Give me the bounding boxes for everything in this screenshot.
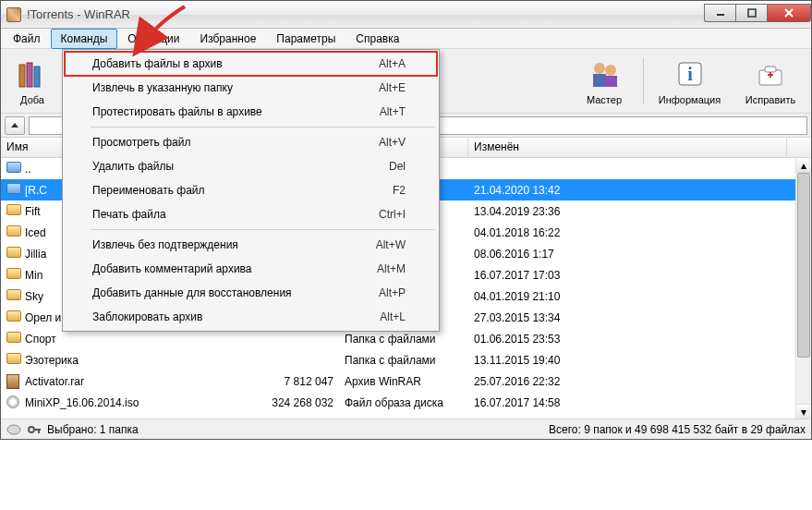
- vertical-scrollbar[interactable]: ▴ ▾: [795, 158, 811, 419]
- menuitem[interactable]: Добавить комментарий архиваAlt+M: [65, 257, 437, 281]
- status-right: Всего: 9 папок и 49 698 415 532 байт в 2…: [549, 423, 806, 436]
- file-name: Эзотерика: [25, 354, 79, 367]
- menuitem-shortcut: Alt+M: [377, 262, 406, 275]
- file-name: Jillia: [25, 248, 46, 261]
- menuitem-shortcut: Del: [389, 160, 406, 173]
- status-bar: Выбрано: 1 папка Всего: 9 папок и 49 698…: [1, 419, 811, 439]
- status-left: Выбрано: 1 папка: [47, 423, 139, 436]
- scroll-up-icon[interactable]: ▴: [796, 158, 811, 173]
- toolbar-label: Информация: [659, 94, 721, 105]
- svg-rect-10: [604, 76, 617, 87]
- menuitem[interactable]: Добавить файлы в архивAlt+A: [65, 52, 437, 76]
- menuitem-label: Добавить данные для восстановления: [92, 286, 292, 299]
- books-icon: [16, 57, 49, 91]
- file-date: 21.04.2020 13:42: [468, 184, 782, 197]
- key-icon: [27, 423, 42, 436]
- file-name: Activator.rar: [25, 375, 84, 388]
- menuitem[interactable]: Добавить данные для восстановленияAlt+P: [65, 281, 437, 305]
- file-date: 16.07.2017 17:03: [468, 269, 782, 282]
- table-row[interactable]: ЭзотерикаПапка с файлами13.11.2015 19:40: [1, 349, 811, 370]
- menuitem-shortcut: Alt+E: [379, 81, 406, 94]
- scroll-thumb[interactable]: [797, 173, 810, 358]
- file-name: ..: [25, 163, 31, 176]
- folder-icon: [6, 289, 21, 304]
- menuitem-label: Добавить комментарий архива: [92, 262, 252, 275]
- app-icon: [6, 7, 21, 22]
- toolbar-separator: [643, 58, 644, 104]
- svg-rect-14: [765, 67, 776, 72]
- menuitem-label: Удалить файлы: [92, 160, 174, 173]
- titlebar[interactable]: !Torrents - WinRAR: [1, 1, 811, 29]
- window-title: !Torrents - WinRAR: [27, 7, 130, 21]
- menu-справка[interactable]: Справка: [345, 29, 409, 49]
- toolbar-label: Мастер: [587, 94, 622, 105]
- menuitem[interactable]: Печать файлаCtrl+I: [65, 202, 437, 226]
- minimize-button[interactable]: [704, 4, 735, 22]
- svg-point-18: [29, 427, 34, 432]
- file-size: 7 812 047: [262, 375, 339, 388]
- menu-команды[interactable]: Команды: [51, 29, 118, 49]
- toolbar-add-button[interactable]: Доба: [5, 51, 60, 112]
- file-name: Iced: [25, 226, 46, 239]
- svg-rect-1: [748, 9, 756, 17]
- file-date: 04.01.2018 16:22: [468, 226, 782, 239]
- menuitem-shortcut: Alt+T: [380, 105, 406, 118]
- menuitem[interactable]: Извлечь в указанную папкуAlt+E: [65, 76, 437, 100]
- file-date: 27.03.2015 13:34: [468, 311, 782, 324]
- menu-избранное[interactable]: Избранное: [190, 29, 267, 49]
- folder-icon: [6, 225, 21, 240]
- menuitem-label: Добавить файлы в архив: [92, 57, 223, 70]
- menuitem-label: Переименовать файл: [92, 184, 205, 197]
- menu-операции[interactable]: Операции: [117, 29, 189, 49]
- menuitem-shortcut: Alt+A: [379, 57, 406, 70]
- table-row[interactable]: MiniXP_16.06.2014.iso324 268 032Файл обр…: [1, 392, 811, 413]
- file-size: 324 268 032: [262, 396, 339, 409]
- svg-point-7: [594, 63, 605, 74]
- menuitem-shortcut: Alt+L: [380, 310, 406, 323]
- toolbar-label: Исправить: [745, 94, 795, 105]
- file-name: MiniXP_16.06.2014.iso: [25, 396, 139, 409]
- menuitem-shortcut: Alt+P: [379, 286, 406, 299]
- toolbar-wizard-button[interactable]: Мастер: [567, 51, 641, 112]
- file-type: Папка с файлами: [339, 354, 468, 367]
- toolbar-repair-button[interactable]: Исправить: [733, 51, 807, 112]
- folder-icon: [6, 268, 21, 283]
- scroll-down-icon[interactable]: ▾: [796, 404, 811, 419]
- menuitem-shortcut: Alt+W: [376, 238, 406, 251]
- menuitem-label: Извлечь в указанную папку: [92, 81, 233, 94]
- menuitem[interactable]: Извлечь без подтвержденияAlt+W: [65, 233, 437, 257]
- menuitem[interactable]: Переименовать файлF2: [65, 178, 437, 202]
- menuitem[interactable]: Протестировать файлы в архивеAlt+T: [65, 100, 437, 124]
- menu-separator: [91, 229, 435, 230]
- toolbar-label: Доба: [20, 94, 44, 105]
- folder-icon: [6, 247, 21, 261]
- menuitem[interactable]: Просмотреть файлAlt+V: [65, 130, 437, 154]
- folder-icon: [6, 332, 21, 346]
- file-name: Sky: [25, 290, 43, 303]
- file-date: 01.06.2015 23:53: [468, 333, 782, 346]
- file-date: 08.06.2016 1:17: [468, 248, 782, 261]
- file-date: 13.11.2015 19:40: [468, 354, 782, 367]
- folder-icon: [6, 310, 21, 325]
- menuitem-shortcut: F2: [393, 184, 406, 197]
- info-icon: i: [673, 57, 707, 91]
- menu-файл[interactable]: Файл: [3, 29, 51, 49]
- commands-menu: Добавить файлы в архивAlt+AИзвлечь в ука…: [62, 49, 440, 332]
- svg-rect-5: [27, 63, 32, 87]
- file-name: Спорт: [25, 333, 56, 346]
- disc-icon: [6, 395, 21, 410]
- table-row[interactable]: Activator.rar7 812 047Архив WinRAR25.07.…: [1, 370, 811, 392]
- menuitem[interactable]: Удалить файлыDel: [65, 154, 437, 178]
- menu-параметры[interactable]: Параметры: [266, 29, 345, 49]
- svg-rect-8: [593, 74, 606, 87]
- file-type: Папка с файлами: [339, 333, 468, 346]
- menuitem-label: Печать файла: [92, 208, 166, 221]
- toolbar-info-button[interactable]: i Информация: [646, 51, 733, 112]
- col-date[interactable]: Изменён: [468, 138, 787, 157]
- close-button[interactable]: [767, 4, 811, 22]
- maximize-button[interactable]: [735, 4, 767, 22]
- up-button[interactable]: [5, 116, 25, 135]
- svg-point-17: [7, 425, 20, 434]
- menu-separator: [91, 127, 435, 128]
- menuitem[interactable]: Заблокировать архивAlt+L: [65, 305, 437, 329]
